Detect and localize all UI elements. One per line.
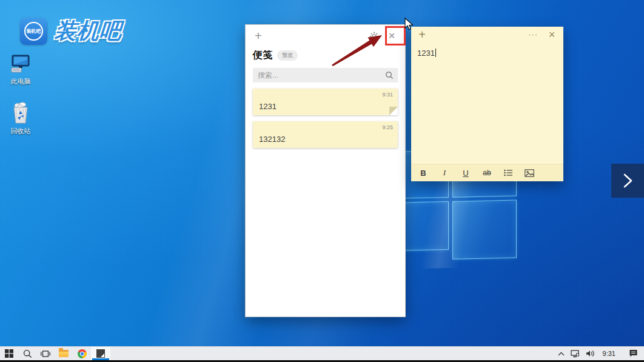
task-view-icon (41, 350, 50, 358)
file-explorer-icon (59, 350, 69, 357)
preview-badge: 预览 (277, 50, 298, 61)
desktop-icon-this-pc[interactable]: 此电脑 (1, 52, 40, 86)
chevron-up-icon (558, 352, 565, 356)
windows-start-icon (5, 349, 13, 358)
file-explorer-button[interactable] (55, 347, 73, 360)
action-center-icon (629, 349, 638, 358)
open-note-fold-icon (389, 107, 398, 115)
desktop: 装机吧 装机吧 此电脑 (0, 0, 644, 362)
bullet-list-icon (504, 169, 513, 176)
desktop-icon-recycle-bin[interactable]: 回收站 (1, 101, 40, 136)
bold-button[interactable]: B (416, 166, 431, 179)
desktop-icon-label: 此电脑 (1, 77, 40, 86)
more-options-icon[interactable]: ··· (526, 27, 540, 42)
note-text: 1231 (417, 49, 435, 58)
taskbar: 9:31 (0, 346, 644, 360)
speaker-icon (586, 350, 595, 357)
windows-logo-pane (452, 200, 517, 260)
notes-list-title: 便笺 (253, 49, 272, 62)
sticky-note-titlebar[interactable]: + ··· × (411, 27, 563, 44)
start-button[interactable] (0, 347, 18, 360)
network-tray-button[interactable] (568, 347, 583, 360)
close-list-button[interactable]: × (384, 28, 399, 43)
underline-button[interactable]: U (458, 166, 473, 179)
note-card-text: 1231 (259, 102, 277, 111)
settings-gear-icon[interactable] (369, 31, 380, 42)
note-card-text: 132132 (259, 135, 285, 144)
sticky-note-window: + ··· × 1231 B I U ab (411, 27, 563, 181)
note-format-toolbar: B I U ab (411, 164, 563, 181)
italic-button[interactable]: I (437, 166, 452, 179)
insert-image-button[interactable] (522, 166, 537, 179)
new-note-button[interactable]: + (415, 28, 429, 42)
note-card[interactable]: 9:25 132132 (253, 121, 398, 148)
task-view-button[interactable] (36, 347, 55, 360)
note-card-time: 9:31 (382, 92, 393, 98)
show-hidden-icons-button[interactable] (555, 347, 568, 360)
sticky-notes-list-window: + × 便笺 预览 (245, 24, 406, 317)
network-icon (571, 350, 580, 358)
bullet-list-button[interactable] (501, 166, 515, 179)
brand-logo-icon: 装机吧 (20, 18, 47, 45)
taskbar-search-button[interactable] (18, 347, 36, 360)
chrome-button[interactable] (73, 347, 91, 360)
text-caret (435, 49, 436, 57)
note-card-time: 9:25 (382, 124, 393, 130)
search-icon (385, 71, 394, 82)
brand-watermark: 装机吧 装机吧 (20, 18, 122, 45)
this-pc-icon (1, 52, 40, 75)
notes-list-titlebar: + × (246, 25, 405, 48)
note-card[interactable]: 9:31 1231 (253, 89, 398, 115)
search-input[interactable] (253, 68, 398, 82)
image-icon (525, 169, 534, 177)
action-center-button[interactable] (620, 347, 644, 360)
next-button[interactable] (611, 164, 644, 198)
search-icon (23, 349, 32, 358)
taskbar-clock[interactable]: 9:31 (598, 350, 620, 357)
brand-wordmark: 装机吧 (53, 18, 122, 44)
chrome-icon (78, 349, 87, 358)
volume-tray-button[interactable] (583, 347, 598, 360)
desktop-icon-label: 回收站 (1, 127, 40, 136)
strikethrough-button[interactable]: ab (480, 166, 494, 179)
recycle-bin-icon (1, 101, 40, 125)
brand-badge-text: 装机吧 (27, 28, 41, 35)
close-note-button[interactable]: × (545, 28, 558, 41)
add-note-button[interactable]: + (252, 30, 265, 43)
note-editor[interactable]: 1231 (411, 44, 563, 164)
sticky-notes-taskbar-button[interactable] (91, 347, 110, 360)
chevron-right-icon (622, 173, 634, 189)
sticky-notes-icon (96, 349, 105, 358)
search-box[interactable] (253, 68, 398, 82)
